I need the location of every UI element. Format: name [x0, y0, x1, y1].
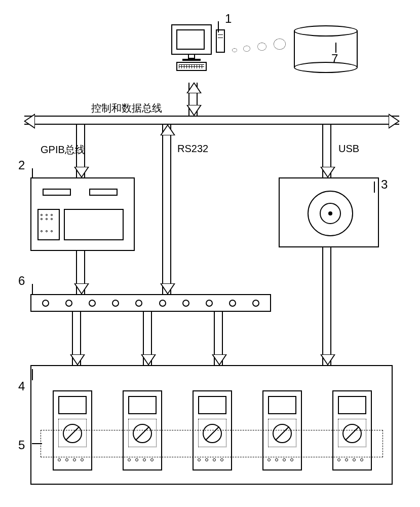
database-icon: [294, 25, 360, 74]
label-7: 7: [331, 52, 338, 66]
main-bus: [24, 116, 399, 125]
gpib-label: GPIB总线: [41, 143, 85, 157]
camera-device: [279, 177, 379, 247]
signal-source-device: [30, 177, 135, 251]
multimeter-icon: [53, 390, 92, 470]
multimeter-icon: [123, 390, 162, 470]
label-4: 4: [18, 379, 25, 393]
bus-label: 控制和数据总线: [91, 101, 162, 115]
multimeter-icon: [262, 390, 302, 470]
label-5: 5: [18, 438, 25, 452]
multimeter-icon: [193, 390, 232, 470]
label-1: 1: [225, 12, 232, 26]
rs232-label: RS232: [177, 143, 208, 155]
label-6: 6: [18, 274, 25, 288]
label-2: 2: [18, 158, 25, 172]
usb-label: USB: [338, 143, 359, 155]
label-3: 3: [381, 177, 388, 192]
multimeter-icon: [332, 390, 372, 470]
switch-hub-device: [30, 294, 271, 312]
computer-icon: [171, 24, 232, 75]
